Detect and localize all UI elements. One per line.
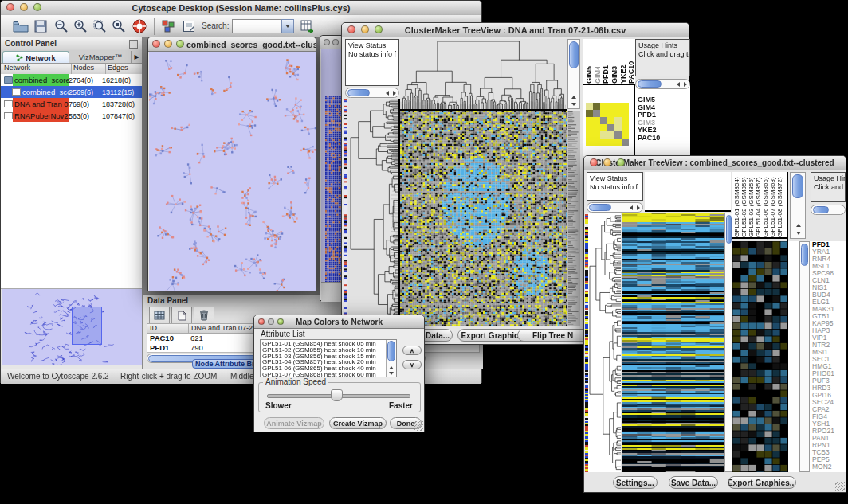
new-attribute-icon[interactable] xyxy=(171,307,192,324)
matrix-cell[interactable] xyxy=(586,139,593,146)
attribute-item[interactable]: GPL51-01 (GSM854) heat shock 05 min xyxy=(262,341,395,347)
animate-vizmap-button[interactable]: Animate Vizmap xyxy=(264,417,324,429)
matrix-cell[interactable] xyxy=(622,117,629,124)
col-nodes[interactable]: Nodes xyxy=(72,64,106,74)
zoom-window-icon[interactable] xyxy=(375,25,383,33)
scroll-right-icon[interactable] xyxy=(637,205,640,210)
minimize-icon[interactable] xyxy=(268,318,274,325)
save-session-button[interactable] xyxy=(33,18,49,34)
tv2-labels-vscrollbar[interactable] xyxy=(790,172,806,239)
matrix-cell[interactable] xyxy=(622,103,629,110)
matrix-cell[interactable] xyxy=(600,124,607,131)
matrix-cell[interactable] xyxy=(593,124,600,131)
network-row[interactable]: DNA and Tran 07769(0)183728(0) xyxy=(1,98,142,110)
tv1-correlation-matrix[interactable] xyxy=(586,103,629,146)
col-network[interactable]: Network xyxy=(1,64,72,74)
network-row[interactable]: combined_scores2764(0)16218(0) xyxy=(1,74,142,86)
data-col-id[interactable]: ID xyxy=(147,324,189,333)
scroll-up-icon[interactable] xyxy=(389,366,394,369)
matrix-cell[interactable] xyxy=(622,131,629,139)
matrix-cell[interactable] xyxy=(600,139,607,146)
annotation-icon[interactable] xyxy=(181,18,197,34)
dialog-titlebar[interactable]: Map Colors to Network xyxy=(254,315,424,329)
minimize-icon[interactable] xyxy=(20,3,28,11)
matrix-cell[interactable] xyxy=(607,139,614,146)
matrix-cell[interactable] xyxy=(614,131,622,139)
scroll-right-icon[interactable] xyxy=(393,91,396,96)
tv1-heatmap[interactable] xyxy=(400,111,567,326)
hscroll-thumb[interactable] xyxy=(347,89,370,96)
network-overview-panel[interactable] xyxy=(2,289,142,365)
matrix-cell[interactable] xyxy=(614,117,622,124)
matrix-cell[interactable] xyxy=(607,124,614,131)
vscroll-thumb[interactable] xyxy=(792,174,803,198)
tab-overflow-button[interactable]: ▶ xyxy=(131,51,142,63)
treeview2-titlebar[interactable]: ClusterMaker TreeView : combined_scores_… xyxy=(584,156,846,170)
vscroll-thumb[interactable] xyxy=(726,215,732,244)
vscroll-thumb[interactable] xyxy=(569,41,579,68)
move-down-button[interactable]: ∨ xyxy=(402,360,422,369)
resize-grip[interactable] xyxy=(835,482,845,491)
close-icon[interactable] xyxy=(152,40,160,48)
matrix-cell[interactable] xyxy=(586,110,593,117)
matrix-cell[interactable] xyxy=(586,117,593,124)
matrix-cell[interactable] xyxy=(607,117,614,124)
tv1-right-hscrollbar[interactable] xyxy=(635,79,690,89)
attribute-item[interactable]: GPL51-07 (GSM868) heat shock 60 min xyxy=(262,372,395,377)
window-controls[interactable] xyxy=(6,3,41,11)
gene-label[interactable]: MON2 xyxy=(812,463,846,471)
matrix-cell[interactable] xyxy=(622,124,629,131)
tv1-col-dendrogram[interactable] xyxy=(400,39,567,111)
zoom-window-icon[interactable] xyxy=(277,318,284,325)
export-graphics-button[interactable]: Export Graphics... xyxy=(728,476,796,489)
scroll-down-icon[interactable] xyxy=(571,103,576,106)
zoom-window-icon[interactable] xyxy=(176,40,184,48)
move-up-button[interactable]: ∧ xyxy=(402,346,422,355)
hscroll-thumb[interactable] xyxy=(813,206,829,213)
close-icon[interactable] xyxy=(590,158,598,166)
matrix-cell[interactable] xyxy=(622,139,629,146)
close-icon[interactable] xyxy=(258,318,265,325)
matrix-cell[interactable] xyxy=(593,131,600,139)
scroll-down-icon[interactable] xyxy=(796,232,801,235)
hscroll-thumb[interactable] xyxy=(638,80,662,88)
attribute-item[interactable]: GPL51-03 (GSM856) heat shock 15 min xyxy=(262,354,395,360)
tab-vizmapper[interactable]: VizMapper™ xyxy=(71,51,130,63)
overview-selection-rect[interactable] xyxy=(72,307,102,345)
matrix-cell[interactable] xyxy=(600,131,607,139)
close-icon[interactable] xyxy=(324,39,330,45)
scroll-down-icon[interactable] xyxy=(389,372,394,375)
scroll-left-icon[interactable] xyxy=(386,91,389,96)
matrix-cell[interactable] xyxy=(622,110,629,117)
scroll-left-icon[interactable] xyxy=(630,205,633,210)
zoom-selected-icon[interactable] xyxy=(92,18,108,34)
matrix-cell[interactable] xyxy=(593,117,600,124)
tv1-row-dendrogram[interactable] xyxy=(348,99,400,326)
matrix-cell[interactable] xyxy=(607,131,614,139)
matrix-cell[interactable] xyxy=(600,110,607,117)
matrix-cell[interactable] xyxy=(586,103,593,110)
network-row[interactable]: RNAPuberNov2+I563(0)107847(0) xyxy=(1,110,142,122)
tv2-left-hscrollbar[interactable] xyxy=(587,202,643,213)
search-dropdown-button[interactable] xyxy=(281,19,294,33)
matrix-cell[interactable] xyxy=(614,124,622,131)
trash-icon[interactable] xyxy=(194,307,214,324)
create-vizmap-button[interactable]: Create Vizmap xyxy=(329,417,387,429)
help-lifering-icon[interactable] xyxy=(131,18,148,35)
matrix-cell[interactable] xyxy=(614,110,622,117)
close-icon[interactable] xyxy=(347,25,355,33)
matrix-cell[interactable] xyxy=(600,103,607,110)
matrix-cell[interactable] xyxy=(614,103,622,110)
zoom-fit-icon[interactable] xyxy=(111,18,127,34)
tv2-genes-vscrollbar[interactable] xyxy=(799,241,810,472)
vizmapper-shortcut-icon[interactable] xyxy=(160,18,176,34)
minimize-icon[interactable] xyxy=(164,40,172,48)
attribute-table-icon[interactable] xyxy=(299,18,315,34)
network1-titlebar[interactable]: combined_scores_good.txt--cluste... xyxy=(148,37,316,52)
matrix-cell[interactable] xyxy=(607,103,614,110)
tab-network[interactable]: Network xyxy=(2,51,69,63)
tv2-right-hscrollbar[interactable] xyxy=(811,205,846,215)
zoom-window-icon[interactable] xyxy=(33,3,41,11)
attribute-item[interactable]: GPL51-04 (GSM857) heat shock 20 min xyxy=(262,359,395,365)
tv1-left-hscrollbar[interactable] xyxy=(345,88,399,98)
